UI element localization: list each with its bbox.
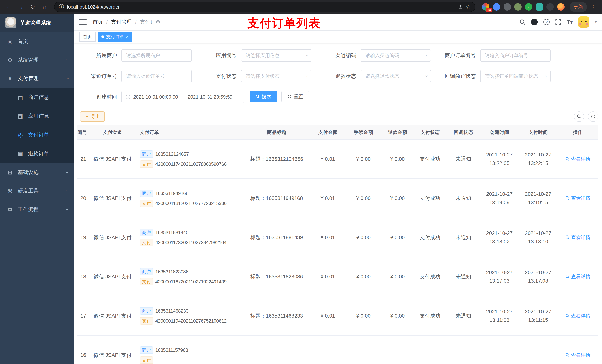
refresh-button[interactable] xyxy=(588,111,598,122)
github-icon[interactable] xyxy=(531,19,538,25)
forward-button[interactable]: → xyxy=(16,2,26,12)
app-id-select[interactable] xyxy=(241,49,311,62)
back-button[interactable]: ← xyxy=(4,2,14,12)
breadcrumb-payment[interactable]: 支付管理 xyxy=(111,19,132,26)
sidebar-item-pay-order[interactable]: ◎ 支付订单 xyxy=(0,125,74,144)
pay-order-cell: 商户 1635311823086 支付 42000011672021102710… xyxy=(137,257,243,296)
user-avatar[interactable] xyxy=(578,16,589,28)
col-pay-amount: 支付金额 xyxy=(311,125,345,139)
toggle-search-button[interactable] xyxy=(574,111,584,122)
infrastructure-icon: ⊞ xyxy=(6,169,14,176)
breadcrumb-home[interactable]: 首页 xyxy=(93,19,103,26)
view-detail-link[interactable]: 查看详情 xyxy=(565,234,590,241)
header-actions: ? TT ▾ xyxy=(519,16,597,28)
app-logo[interactable]: 芋道管理系统 xyxy=(0,14,74,32)
col-pay-channel: 支付渠道 xyxy=(88,125,137,139)
table-row: 21 微信 JSAPI 支付 商户 1635312124657 支付 42000… xyxy=(77,139,598,179)
table-row: 16 微信 JSAPI 支付 商户 1635311157963 支付 查看详情 xyxy=(77,335,598,364)
home-button[interactable]: ⌂ xyxy=(39,2,50,12)
channel-code-select[interactable] xyxy=(361,49,431,62)
collapse-sidebar-icon[interactable] xyxy=(79,19,87,25)
profile-avatar[interactable] xyxy=(557,3,565,10)
sidebar-item-workflow[interactable]: ⧉ 工作流程 › xyxy=(0,200,74,219)
address-bar[interactable]: ⓘ localhost:1024/pay/order ☆ xyxy=(54,2,475,12)
view-detail-link[interactable]: 查看详情 xyxy=(565,195,590,201)
fee-amount-cell: ¥ 0.00 xyxy=(345,296,382,335)
sidebar-item-dev-tools[interactable]: ⚒ 研发工具 › xyxy=(0,182,74,200)
date-end[interactable]: 2021-10-31 23:59:59 xyxy=(188,94,232,100)
filter-notify-status: 回调商户状态 › xyxy=(439,70,558,83)
breadcrumb-separator: / xyxy=(106,19,108,25)
browser-toolbar: ← → ↻ ⌂ ⓘ localhost:1024/pay/order ☆ 10 … xyxy=(0,0,602,14)
sidebar-item-merchant-info[interactable]: ▤ 商户信息 xyxy=(0,88,74,106)
tab-pay-order[interactable]: 支付订单 × xyxy=(98,32,132,42)
tab-home[interactable]: 首页 xyxy=(79,32,96,42)
refund-status-select[interactable] xyxy=(361,70,431,83)
extension-icon[interactable] xyxy=(514,3,522,10)
sidebar-item-infrastructure[interactable]: ⊞ 基础设施 › xyxy=(0,163,74,182)
browser-menu-icon[interactable]: ⋮ xyxy=(588,4,598,10)
extension-icon[interactable] xyxy=(493,3,500,10)
share-icon[interactable] xyxy=(458,4,463,9)
extension-icon[interactable] xyxy=(536,3,543,10)
order-table-body: 21 微信 JSAPI 支付 商户 1635312124657 支付 42000… xyxy=(77,139,598,364)
logo-image xyxy=(5,17,16,29)
pay-time-cell xyxy=(519,335,557,364)
reset-button[interactable]: 重置 xyxy=(281,91,309,103)
sidebar-item-refund-order[interactable]: ▣ 退款订单 xyxy=(0,144,74,163)
merchant-input[interactable] xyxy=(121,49,192,62)
view-detail-link[interactable]: 查看详情 xyxy=(565,273,590,280)
sidebar-item-payment[interactable]: ¥ 支付管理 › xyxy=(0,69,74,88)
dashboard-icon: ◉ xyxy=(6,38,14,45)
help-icon[interactable]: ? xyxy=(543,19,550,25)
menu-label: 系统管理 xyxy=(18,56,66,63)
close-icon[interactable]: × xyxy=(126,34,129,39)
chevron-down-icon: › xyxy=(304,54,310,56)
date-start[interactable]: 2021-10-01 00:00:00 xyxy=(133,94,178,100)
sidebar-item-system[interactable]: ⚙ 系统管理 › xyxy=(0,51,74,69)
view-detail-link[interactable]: 查看详情 xyxy=(565,312,590,319)
export-button[interactable]: 导出 xyxy=(80,111,105,122)
view-detail-link[interactable]: 查看详情 xyxy=(565,352,590,358)
extension-icon[interactable] xyxy=(504,3,511,10)
bookmark-star-icon[interactable]: ☆ xyxy=(466,4,471,10)
url-text[interactable]: localhost:1024/pay/order xyxy=(67,4,455,10)
pay-channel-cell: 微信 JSAPI 支付 xyxy=(88,218,137,257)
pay-order-cell: 商户 1635312124657 支付 42000011742021102780… xyxy=(137,139,243,179)
chevron-up-icon: › xyxy=(64,77,70,79)
filter-label: 支付状态 xyxy=(200,73,241,80)
menu-label: 工作流程 xyxy=(18,206,66,213)
notify-status-select[interactable] xyxy=(480,70,550,83)
order-id: 17 xyxy=(80,313,86,319)
reload-button[interactable]: ↻ xyxy=(27,2,38,12)
extension-icon[interactable] xyxy=(547,3,554,10)
sidebar-item-app-info[interactable]: ▦ 应用信息 xyxy=(0,106,74,125)
pay-status-cell: 支付成功 xyxy=(413,296,447,335)
pay-amount-cell: ¥ 0.01 xyxy=(311,296,345,335)
avatar-caret-icon[interactable]: ▾ xyxy=(595,20,597,24)
extension-icon[interactable] xyxy=(525,3,532,10)
pay-tag: 支付 xyxy=(140,278,153,285)
view-detail-label: 查看详情 xyxy=(571,234,590,241)
font-size-icon[interactable]: TT xyxy=(567,19,573,25)
gear-icon: ⚙ xyxy=(6,57,14,63)
fullscreen-icon[interactable] xyxy=(555,19,561,25)
sidebar-menu: ◉ 首页 ⚙ 系统管理 › ¥ 支付管理 › ▤ 商户信息 ▦ 应用信 xyxy=(0,32,74,219)
pay-status-select[interactable] xyxy=(241,70,311,83)
view-detail-link[interactable]: 查看详情 xyxy=(565,156,590,162)
pay-channel-cell: 微信 JSAPI 支付 xyxy=(88,335,137,364)
search-button[interactable]: 搜索 xyxy=(250,91,277,103)
merchant-order-no-input[interactable] xyxy=(480,49,550,62)
extension-icon[interactable]: 10 xyxy=(482,3,489,10)
pay-tag: 支付 xyxy=(140,317,153,325)
chrome-update-button[interactable]: 更新 xyxy=(570,2,587,12)
pay-time-cell: 2021-10-27 13:17:08 xyxy=(519,257,557,296)
merchant-order-no: 1635311881440 xyxy=(155,230,188,235)
merchant-tag: 商户 xyxy=(140,307,153,315)
search-icon[interactable] xyxy=(519,19,526,25)
site-info-icon[interactable]: ⓘ xyxy=(59,3,64,10)
channel-order-no-input[interactable] xyxy=(121,70,192,83)
date-range-picker[interactable]: 2021-10-01 00:00:00 - 2021-10-31 23:59:5… xyxy=(121,91,244,103)
sidebar-item-home[interactable]: ◉ 首页 xyxy=(0,32,74,51)
merchant-order-no: 1635312124657 xyxy=(155,151,189,157)
